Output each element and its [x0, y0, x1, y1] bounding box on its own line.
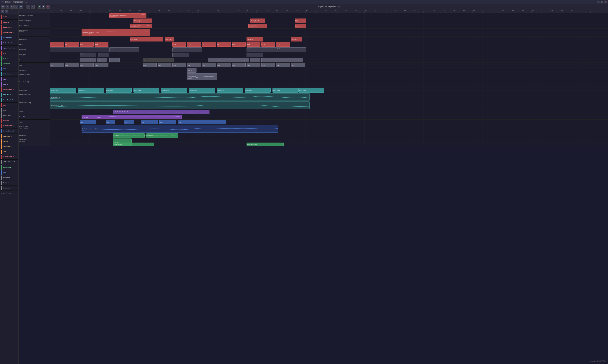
clip-clap-7[interactable]: Clap	[172, 63, 186, 67]
track-item-bass[interactable]: BASS	[0, 14, 18, 20]
track-item-lead-harm3[interactable]: Lead Harm #3	[0, 134, 18, 139]
clip-hat-open-1[interactable]: H...H...	[80, 52, 97, 57]
clip-drum-loop-3[interactable]: Dru_oop	[97, 58, 107, 62]
clip-snarebuild-freq[interactable]: Snaob_d Freq	[187, 73, 217, 80]
pattern-hat-1[interactable]	[50, 47, 109, 52]
clip-wn-7[interactable]: White Noise	[217, 88, 243, 92]
menu-button[interactable]: ☰	[1, 5, 5, 9]
record-button[interactable]: ⏺	[46, 5, 50, 9]
track-item-siren2[interactable]: Siren #2	[0, 56, 18, 61]
pattern-hat-2[interactable]: H...H...	[109, 47, 139, 52]
track-item-volt-clean[interactable]: 9 Volt CleanCrash 05	[0, 160, 18, 165]
clip-kick-6[interactable]: KICK	[187, 42, 201, 47]
channel-rack-button[interactable]: ☰	[1, 10, 4, 13]
undo-button[interactable]: ↩	[27, 5, 30, 9]
clip-drum-loop-main[interactable]: Dry Loop / Drum Loop / B / D p...	[143, 58, 174, 62]
clip-wn-9[interactable]: White Noise	[273, 88, 298, 92]
clip-wn-6[interactable]: White Noise	[189, 88, 215, 92]
clip-hat-open-2[interactable]: H	[98, 52, 109, 57]
track-item-hat-shake[interactable]: Hat Shake	[0, 175, 18, 180]
pattern-hat-3[interactable]: H...H...	[172, 47, 202, 52]
track-item-bass-pulse2[interactable]: BASS PULSE #2	[0, 155, 18, 160]
clip-bass-soundgood-2[interactable]: BASS_dgood	[250, 18, 265, 23]
clip-snarebuild-1[interactable]: Snar_d	[187, 68, 196, 73]
snap-button[interactable]: ⊞	[6, 5, 9, 9]
zoom-tool[interactable]: 🔍	[19, 5, 23, 9]
clip-kick-2[interactable]: KICK	[65, 42, 79, 47]
track-item-siren[interactable]: Siren	[0, 51, 18, 56]
track-item-ambience[interactable]: Ambience	[0, 61, 18, 66]
track-item-lead[interactable]: Lead	[0, 149, 18, 155]
clip-tone-3[interactable]: Tone	[124, 120, 134, 124]
clip-bass-lfo-2[interactable]: Bass LFO Amt	[249, 24, 267, 28]
clip-kick-9[interactable]: KICK	[232, 42, 246, 47]
clip-kick-11[interactable]: KICK	[261, 42, 275, 47]
select-tool[interactable]: ▢	[14, 5, 18, 9]
add-track-button[interactable]: +	[5, 10, 8, 13]
pattern-hat-5[interactable]: H...H...	[276, 47, 306, 52]
window-controls[interactable]: _ □ ✕	[597, 1, 607, 3]
clip-drum-loop-8[interactable]: Dru...Loop / Drum Loop...	[261, 58, 293, 62]
clip-bass-level-3[interactable]: Bass Level	[247, 37, 263, 41]
track-item-tone[interactable]: Tone	[0, 66, 18, 71]
track-item-bass3[interactable]: BASS #3	[0, 20, 18, 25]
track-item-chords-drop3[interactable]: Chords Drop #3	[0, 129, 18, 134]
clip-drum-loop-6[interactable]: Drum Loop	[239, 58, 249, 62]
track-item-lead-harm2[interactable]: Lead Harm #2	[0, 144, 18, 149]
clip-awake-ambience-2[interactable]: Awake Ambience	[247, 143, 284, 146]
track-item-white-noise[interactable]: White Noise	[0, 71, 18, 77]
tracks-scroll-area[interactable]: BASSBUS Low Pass BASS Soundgood Bass LFO…	[18, 13, 608, 364]
redo-button[interactable]: ↪	[31, 5, 35, 9]
track-item-bass-pulse[interactable]: BASS PULSE	[0, 25, 18, 30]
clip-clap-13[interactable]: Clap	[261, 63, 275, 67]
clip-kick-8[interactable]: KICK	[217, 42, 231, 47]
clip-clap-3[interactable]: Clap	[80, 63, 94, 67]
track-item-bass-pulse4[interactable]: BASS PULSE #4	[0, 123, 18, 129]
clip-clap-4[interactable]: Clap	[95, 63, 109, 67]
maximize-button[interactable]: □	[601, 1, 603, 3]
clip-drum-loop-7[interactable]: B / D p	[250, 58, 261, 62]
clip-wn-1[interactable]: White Noise	[50, 88, 76, 92]
track-item-bass-pulse3[interactable]: BASS PULSE #3	[0, 30, 18, 35]
add-track-row[interactable]: + Add Track	[0, 191, 18, 196]
clip-bass-lfo-3[interactable]: Bass_mt	[295, 24, 306, 28]
track-item-riser-vox2[interactable]: Riser Vox #2 #2	[0, 97, 18, 103]
clip-bass-soundgood-3[interactable]: BA_d	[295, 18, 306, 23]
clip-clap-1[interactable]: Clap	[50, 63, 64, 67]
clip-clap-9[interactable]: Clap	[202, 63, 216, 67]
track-item-snarebuild[interactable]: Snarebuild	[0, 185, 18, 191]
track-item-break-pluck[interactable]: Break Pluck	[0, 165, 18, 170]
clip-clap-12[interactable]: Clap	[247, 63, 261, 67]
pencil-tool[interactable]: ✏	[10, 5, 14, 9]
track-item-bass2[interactable]: BASS #2	[0, 118, 18, 123]
clip-bass-level-2[interactable]: Bass Level	[165, 37, 174, 41]
track-item-tonic2[interactable]: Tonic #2	[0, 82, 18, 87]
track-item-clap[interactable]: Clap	[0, 108, 18, 113]
track-item-drum-loop[interactable]: Drum Loop	[0, 113, 18, 118]
clip-clap-15[interactable]: Clap	[291, 63, 305, 67]
clip-kick-12[interactable]: KICK	[276, 42, 290, 47]
clip-drum-loop-2[interactable]: D p	[90, 58, 96, 62]
clip-drum-loop-5[interactable]: Dru Loop / Drum Loop / B...	[207, 58, 239, 62]
clip-wn-2[interactable]: White Noise	[78, 88, 104, 92]
pattern-hat-4[interactable]: H...H...	[247, 47, 276, 52]
clip-clap-6[interactable]: Clap	[158, 63, 171, 67]
track-item-riser-vox[interactable]: Riser Vox #2	[0, 92, 18, 97]
clip-kick-3[interactable]: KICK	[80, 42, 94, 47]
clip-clap-11[interactable]: Clap	[232, 63, 246, 67]
clip-drum-loop-9[interactable]: Drum Loop	[293, 58, 303, 62]
track-item-flutter1[interactable]: Flutter Pad #2	[0, 40, 18, 46]
track-item-tonic[interactable]: Tonic	[0, 77, 18, 82]
clip-kick-10[interactable]: KICK	[247, 42, 261, 47]
track-item-hat-open[interactable]: Hat Open	[0, 180, 18, 185]
clip-kick-1[interactable]: KICK	[50, 42, 64, 47]
clip-wn-10[interactable]: White Noise	[298, 88, 324, 92]
close-button[interactable]: ✕	[604, 1, 607, 3]
clip-drum-loop-1[interactable]: Drum Loop	[80, 58, 90, 62]
clip-drum-loop-4[interactable]: Drum Loop	[109, 58, 120, 62]
clip-hat-open-3[interactable]: H...H...	[172, 52, 189, 57]
clip-clap-2[interactable]: Clap	[65, 63, 79, 67]
clip-tone-2[interactable]: Tone	[106, 120, 115, 124]
clip-clap-10[interactable]: Clap	[217, 63, 231, 67]
track-item-flutter2[interactable]: Flutter Pad #2 #2	[0, 46, 18, 51]
